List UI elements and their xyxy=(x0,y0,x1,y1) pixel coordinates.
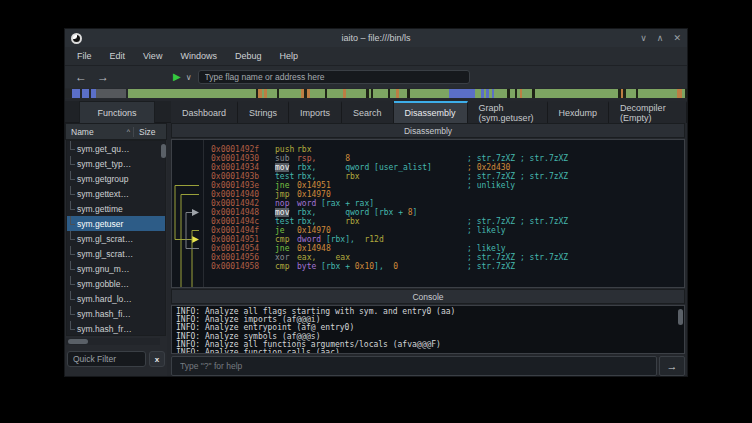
function-item[interactable]: sym.gettext… xyxy=(67,186,165,201)
seekbar-segment xyxy=(267,89,277,98)
operand: ], xyxy=(374,262,384,271)
disassembly-row[interactable]: 0x0001494ctestrbx, rbx; str.7zXZ ; str.7… xyxy=(172,217,684,226)
toolbar: ← → ▶ ∨ xyxy=(65,66,687,88)
menu-view[interactable]: View xyxy=(143,51,162,61)
function-item[interactable]: sym.hard_lo… xyxy=(67,291,165,306)
functions-vertical-scrollbar[interactable] xyxy=(161,144,166,158)
functions-horizontal-scrollbar[interactable] xyxy=(66,338,160,345)
comment: ; str.7zXZ ; str.7zXZ xyxy=(467,253,568,262)
tab-disassembly[interactable]: Disassembly xyxy=(394,101,468,123)
mnemonic: cmp xyxy=(275,235,289,244)
disassembly-row[interactable]: 0x0001493btestrbx, rbx; str.7zXZ ; str.7… xyxy=(172,172,684,181)
instruction-address: 0x0001493e xyxy=(211,181,275,190)
quick-filter-input[interactable] xyxy=(67,351,146,367)
menu-debug[interactable]: Debug xyxy=(235,51,262,61)
disassembly-row[interactable]: 0x00014954jne0x14948; likely xyxy=(172,244,684,253)
comment: ; unlikely xyxy=(467,181,515,190)
memory-map-seekbar[interactable] xyxy=(65,89,687,98)
disassembly-row[interactable]: 0x00014958cmpbyte [rbx + 0x10], 0; str.7… xyxy=(172,262,684,271)
seekbar-segment xyxy=(626,89,636,98)
operand: qword [rbx + xyxy=(316,208,408,217)
instruction-address: 0x0001493b xyxy=(211,172,275,181)
instruction-address: 0x00014934 xyxy=(211,163,275,172)
function-item[interactable]: sym.hash_fi… xyxy=(67,306,165,321)
seekbar-segment xyxy=(327,89,343,98)
column-header-size[interactable]: Size xyxy=(134,127,156,137)
disassembly-row[interactable]: 0x00014948movrbx, qword [rbx + 8] xyxy=(172,208,684,217)
tab-decompiler-empty[interactable]: Decompiler (Empty) xyxy=(609,101,687,123)
disassembly-row[interactable]: 0x00014934movrbx, qword [user_alist]; 0x… xyxy=(172,163,684,172)
continue-play-icon[interactable]: ▶ xyxy=(173,72,181,82)
tab-functions[interactable]: Functions xyxy=(79,101,155,123)
tab-imports[interactable]: Imports xyxy=(289,101,342,123)
seekbar-segment xyxy=(535,89,619,98)
disassembly-row[interactable]: 0x0001492fpushrbx xyxy=(172,145,684,154)
tab-search[interactable]: Search xyxy=(342,101,394,123)
column-header-name[interactable]: Name ^ xyxy=(66,127,134,137)
tab-dashboard[interactable]: Dashboard xyxy=(171,101,238,123)
function-item[interactable]: sym.gnu_m… xyxy=(67,261,165,276)
mnemonic: test xyxy=(275,217,294,226)
minimize-icon[interactable]: ∨ xyxy=(640,33,647,43)
back-arrow-icon[interactable]: ← xyxy=(75,71,87,83)
maximize-icon[interactable]: ∧ xyxy=(657,33,664,43)
comment: ; str.7zXZ xyxy=(467,262,515,271)
function-item[interactable]: sym.get_qu… xyxy=(67,141,165,156)
disassembly-row[interactable]: 0x00014951cmpdword [rbx], r12d xyxy=(172,235,684,244)
scrollbar-thumb[interactable] xyxy=(68,339,88,344)
disassembly-row[interactable]: 0x00014956xoreax, eax; str.7zXZ ; str.7z… xyxy=(172,253,684,262)
main-area: Functions DashboardStringsImportsSearchD… xyxy=(65,99,687,376)
disassembly-row[interactable]: 0x0001494fje0x14970; likely xyxy=(172,226,684,235)
mnemonic: mov xyxy=(275,163,289,172)
operand: rbx, xyxy=(297,217,316,226)
disassembly-row[interactable]: 0x00014930subrsp, 8; str.7zXZ ; str.7zXZ xyxy=(172,154,684,163)
console-output[interactable]: INFO: Analyze all flags starting with sy… xyxy=(171,305,685,354)
comment: ; 0x2d430 xyxy=(467,163,510,172)
play-dropdown-icon[interactable]: ∨ xyxy=(186,73,192,82)
function-item[interactable]: sym.gl_scrat… xyxy=(67,231,165,246)
console-command-input[interactable] xyxy=(171,356,657,376)
menu-bar: FileEditViewWindowsDebugHelp xyxy=(65,47,687,66)
disassembly-row[interactable]: 0x00014942nopword [rax + rax] xyxy=(172,199,684,208)
disassembly-row[interactable]: 0x0001493ejne0x14951; unlikely xyxy=(172,181,684,190)
console-send-button[interactable]: → xyxy=(659,356,685,376)
forward-arrow-icon[interactable]: → xyxy=(97,71,109,83)
operand: dword xyxy=(297,235,321,244)
disassembly-row[interactable]: 0x00014940jmp0x14970 xyxy=(172,190,684,199)
function-item[interactable]: sym.gl_scrat… xyxy=(67,246,165,261)
window-title: iaito – file:///bin/ls xyxy=(65,33,687,43)
menu-help[interactable]: Help xyxy=(279,51,298,61)
operand: rbx xyxy=(316,217,359,226)
operand: [rbx + xyxy=(316,262,355,271)
functions-column-header: Name ^ Size xyxy=(65,123,167,140)
sort-ascending-icon: ^ xyxy=(127,128,130,135)
operand: rbx, xyxy=(297,172,316,181)
function-item[interactable]: sym.getuser xyxy=(67,216,165,231)
function-item[interactable]: sym.gettime xyxy=(67,201,165,216)
console-scrollbar[interactable] xyxy=(678,309,683,325)
operand: 0x14951 xyxy=(297,181,331,190)
instruction-address: 0x00014942 xyxy=(211,199,275,208)
tab-hexdump[interactable]: Hexdump xyxy=(548,101,610,123)
clear-filter-button[interactable]: x xyxy=(149,351,165,367)
function-item[interactable]: sym.gobble… xyxy=(67,276,165,291)
menu-windows[interactable]: Windows xyxy=(180,51,217,61)
disassembly-view[interactable]: 0x0001492fpushrbx0x00014930subrsp, 8; st… xyxy=(171,139,685,288)
operand: rbx, xyxy=(297,208,316,217)
function-item[interactable]: sym.getgroup xyxy=(67,171,165,186)
menu-edit[interactable]: Edit xyxy=(110,51,126,61)
right-dock-area: Disassembly 0x0001492fpushrbx0x00014930s… xyxy=(171,123,685,376)
address-search-input[interactable] xyxy=(198,70,470,84)
function-item[interactable]: sym.hash_fr… xyxy=(67,321,165,336)
operand: rbx xyxy=(316,172,359,181)
tab-strings[interactable]: Strings xyxy=(238,101,289,123)
seekbar-segment xyxy=(82,89,89,98)
seekbar-segment xyxy=(373,89,389,98)
operand: eax xyxy=(316,253,350,262)
tab-row: Functions DashboardStringsImportsSearchD… xyxy=(65,101,687,123)
close-icon[interactable]: ✕ xyxy=(673,33,681,43)
instruction-address: 0x00014954 xyxy=(211,244,275,253)
function-item[interactable]: sym.get_typ… xyxy=(67,156,165,171)
tab-graph-sym-getuser[interactable]: Graph (sym.getuser) xyxy=(468,101,548,123)
menu-file[interactable]: File xyxy=(77,51,92,61)
